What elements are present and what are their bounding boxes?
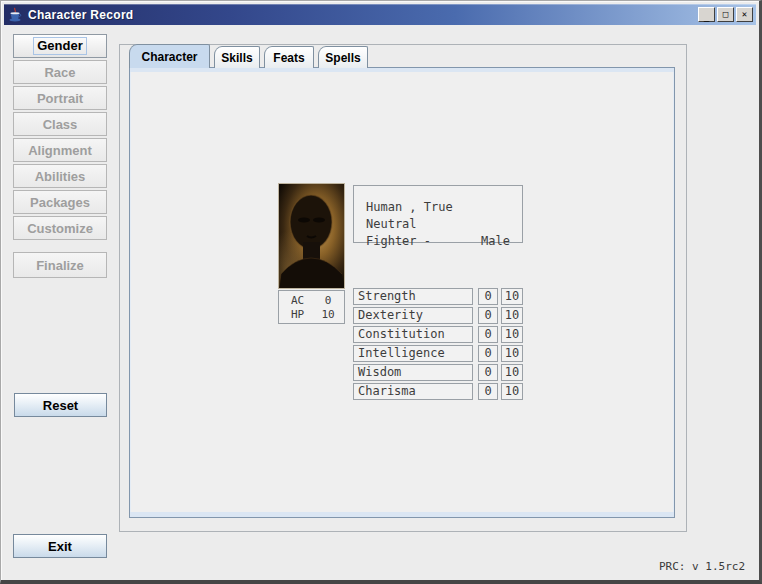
exit-button[interactable]: Exit xyxy=(13,534,107,558)
gender-button-label: Gender xyxy=(33,37,87,55)
version-label: PRC: v 1.5rc2 xyxy=(659,560,745,573)
ability-name-dexterity: Dexterity xyxy=(353,307,473,324)
sidebar-button-abilities: Abilities xyxy=(13,164,107,188)
ability-name-strength: Strength xyxy=(353,288,473,305)
reset-button[interactable]: Reset xyxy=(14,393,107,417)
titlebar[interactable]: Character Record _ □ ✕ xyxy=(4,4,756,25)
ac-hp-box: AC 0 HP 10 xyxy=(278,290,345,324)
summary-race-alignment: Human , True Neutral xyxy=(366,199,510,233)
ability-name-constitution: Constitution xyxy=(353,326,473,343)
sidebar-button-gender[interactable]: Gender xyxy=(13,34,107,58)
tab-feats[interactable]: Feats xyxy=(264,46,314,68)
tab-character[interactable]: Character xyxy=(129,44,210,68)
sidebar-button-customize: Customize xyxy=(13,216,107,240)
character-summary-box: Human , True Neutral Fighter - Male xyxy=(353,185,523,243)
ability-mod-constitution: 0 xyxy=(478,326,498,343)
close-button[interactable]: ✕ xyxy=(736,7,753,22)
character-record-window: Character Record _ □ ✕ Gender Race Portr… xyxy=(0,0,762,584)
character-portrait xyxy=(278,183,345,289)
ability-score-constitution: 10 xyxy=(501,326,523,343)
ac-value: 0 xyxy=(315,294,341,308)
ability-score-charisma: 10 xyxy=(501,383,523,400)
ability-mod-strength: 0 xyxy=(478,288,498,305)
sidebar-button-packages: Packages xyxy=(13,190,107,214)
hp-value: 10 xyxy=(315,308,341,322)
ability-mod-charisma: 0 xyxy=(478,383,498,400)
ability-name-wisdom: Wisdom xyxy=(353,364,473,381)
ability-score-intelligence: 10 xyxy=(501,345,523,362)
tab-skills[interactable]: Skills xyxy=(214,46,260,68)
summary-class: Fighter - xyxy=(366,233,431,250)
sidebar-button-race: Race xyxy=(13,60,107,84)
ability-score-strength: 10 xyxy=(501,288,523,305)
window-title: Character Record xyxy=(28,8,134,22)
sidebar-button-alignment: Alignment xyxy=(13,138,107,162)
ac-label: AC xyxy=(291,294,315,308)
ability-score-dexterity: 10 xyxy=(501,307,523,324)
ability-name-charisma: Charisma xyxy=(353,383,473,400)
hp-label: HP xyxy=(291,308,315,322)
tab-spells[interactable]: Spells xyxy=(318,46,368,68)
sidebar-button-portrait: Portrait xyxy=(13,86,107,110)
ability-score-wisdom: 10 xyxy=(501,364,523,381)
ability-mod-wisdom: 0 xyxy=(478,364,498,381)
minimize-button[interactable]: _ xyxy=(698,7,715,22)
ability-mod-intelligence: 0 xyxy=(478,345,498,362)
ability-name-intelligence: Intelligence xyxy=(353,345,473,362)
java-cup-icon xyxy=(7,7,23,23)
sidebar-button-class: Class xyxy=(13,112,107,136)
ability-mod-dexterity: 0 xyxy=(478,307,498,324)
summary-gender: Male xyxy=(481,233,510,250)
sidebar-button-finalize: Finalize xyxy=(13,252,107,278)
maximize-button[interactable]: □ xyxy=(717,7,734,22)
